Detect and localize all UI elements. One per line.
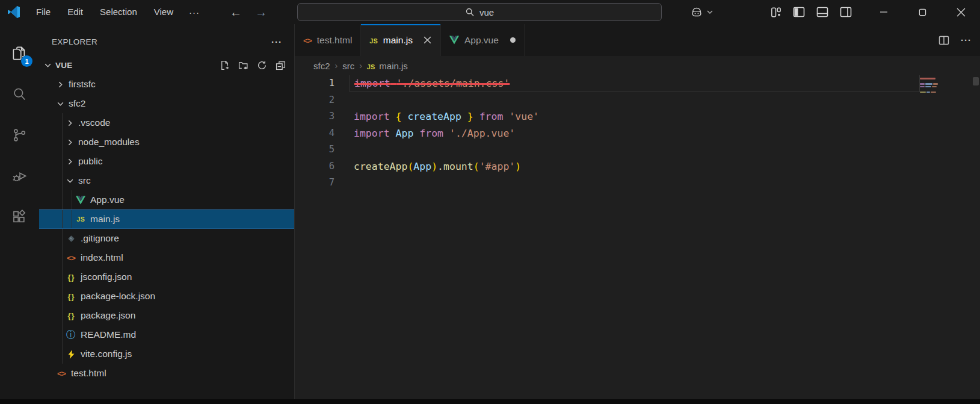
extensions-icon xyxy=(11,209,28,225)
code-text: createApp(App).mount('#app') xyxy=(354,161,521,172)
explorer-more-actions-icon[interactable]: ··· xyxy=(271,37,282,47)
toggle-panel-icon[interactable] xyxy=(816,5,829,19)
token: 'vue' xyxy=(509,111,539,122)
copilot-menu[interactable] xyxy=(690,0,713,24)
editor-more-actions-icon[interactable]: ··· xyxy=(961,35,972,45)
minimap-line xyxy=(920,78,944,79)
line-content xyxy=(354,92,920,109)
tree-item-readme-md[interactable]: ⓘREADME.md xyxy=(39,325,294,344)
back-arrow-icon[interactable]: ← xyxy=(230,6,242,18)
breadcrumb-main-js[interactable]: JSmain.js xyxy=(367,61,408,71)
tree-item-app-vue[interactable]: App.vue xyxy=(39,190,294,210)
menu-edit[interactable]: Edit xyxy=(59,4,91,20)
activity-search[interactable] xyxy=(0,73,39,114)
menu-file[interactable]: File xyxy=(28,4,59,20)
token: . xyxy=(437,161,443,172)
html-icon: <> xyxy=(55,369,67,378)
folder-label: node_modules xyxy=(78,137,140,148)
indent-guide xyxy=(62,267,63,287)
code-line-1[interactable]: 1import './assets/main.css' xyxy=(295,75,980,92)
breadcrumb-src[interactable]: src xyxy=(342,61,354,71)
indent-guide xyxy=(62,325,63,344)
code-line-5[interactable]: 5 xyxy=(295,141,980,158)
tree-item-test-html[interactable]: <>test.html xyxy=(39,364,294,383)
explorer-badge: 1 xyxy=(21,55,32,67)
tree-item--vscode[interactable]: .vscode xyxy=(39,113,294,132)
new-folder-button[interactable] xyxy=(238,60,248,70)
token xyxy=(473,111,479,122)
collapse-all-button[interactable] xyxy=(276,60,286,70)
line-content xyxy=(354,175,920,191)
workspace-section-header[interactable]: VUE xyxy=(39,55,294,75)
modified-dot xyxy=(510,37,516,43)
tree-item-package-lock-json[interactable]: { }package-lock.json xyxy=(39,287,294,306)
more-menus-icon[interactable]: ··· xyxy=(182,7,207,17)
activity-run-debug[interactable] xyxy=(0,155,39,196)
activity-source-control[interactable] xyxy=(0,114,39,155)
tree-item-node-modules[interactable]: node_modules xyxy=(39,132,294,152)
activity-extensions[interactable] xyxy=(0,196,39,237)
code-line-4[interactable]: 4import App from './App.vue' xyxy=(295,125,980,142)
command-center-search[interactable]: vue xyxy=(297,3,662,21)
tree-item-package-json[interactable]: { }package.json xyxy=(39,306,294,325)
tree-item-public[interactable]: public xyxy=(39,152,294,171)
workspace-name: VUE xyxy=(55,61,220,70)
tree-item--gitignore[interactable]: .gitignore xyxy=(39,229,294,248)
new-file-button[interactable] xyxy=(220,60,230,70)
line-number: 4 xyxy=(295,125,334,142)
tree-item-src[interactable]: src xyxy=(39,171,294,190)
tree-item-vite-config-js[interactable]: vite.config.js xyxy=(39,344,294,364)
split-editor-icon[interactable] xyxy=(938,34,950,46)
tree-item-firstsfc[interactable]: firstsfc xyxy=(39,75,294,94)
tree-item-sfc2[interactable]: sfc2 xyxy=(39,94,294,113)
file-tree: firstsfcsfc2.vscodenode_modulespublicsrc… xyxy=(39,75,294,383)
tab-main-js[interactable]: JSmain.js xyxy=(361,24,441,56)
menu-selection[interactable]: Selection xyxy=(91,4,146,20)
tree-item-index-html[interactable]: <>index.html xyxy=(39,248,294,267)
minimap[interactable] xyxy=(920,78,944,94)
file-label: main.js xyxy=(90,214,120,225)
token xyxy=(413,128,419,139)
tab-test-html[interactable]: <>test.html xyxy=(295,24,361,56)
scrollbar-slider[interactable] xyxy=(973,77,979,85)
tree-item-jsconfig-json[interactable]: { }jsconfig.json xyxy=(39,267,294,287)
tree-item-main-js[interactable]: JSmain.js xyxy=(39,210,294,229)
token: createApp xyxy=(354,161,407,172)
tab-app-vue[interactable]: App.vue xyxy=(441,24,525,56)
toggle-secondary-sidebar-icon[interactable] xyxy=(839,5,852,19)
close-button[interactable] xyxy=(941,0,980,24)
code-line-6[interactable]: 6createApp(App).mount('#app') xyxy=(295,158,980,175)
json-icon: { } xyxy=(65,273,77,282)
vite-icon xyxy=(65,350,77,359)
indent-guide xyxy=(62,152,63,171)
forward-arrow-icon[interactable]: → xyxy=(255,6,267,18)
code-line-7[interactable]: 7 xyxy=(295,175,980,191)
customize-layout-icon[interactable] xyxy=(769,6,782,19)
breadcrumb: sfc2›src›JSmain.js xyxy=(295,56,980,75)
minimap-mark xyxy=(932,86,937,88)
search-icon xyxy=(11,86,28,102)
vscode-logo-icon xyxy=(0,5,28,19)
info-icon: ⓘ xyxy=(65,330,77,340)
code-line-3[interactable]: 3import { createApp } from 'vue' xyxy=(295,108,980,125)
window-controls xyxy=(864,0,980,24)
refresh-button[interactable] xyxy=(257,60,267,70)
file-label: index.html xyxy=(81,252,123,263)
token xyxy=(390,128,396,139)
search-icon xyxy=(465,7,475,17)
maximize-button[interactable] xyxy=(903,0,941,24)
minimap-mark xyxy=(920,78,935,79)
line-number: 3 xyxy=(295,108,334,125)
token: App xyxy=(413,161,431,172)
activity-explorer[interactable]: 1 xyxy=(0,33,39,73)
code-editor[interactable]: 1import './assets/main.css'23import { cr… xyxy=(295,75,980,399)
code-line-2[interactable]: 2 xyxy=(295,92,980,109)
breadcrumb-sfc2[interactable]: sfc2 xyxy=(313,61,330,71)
minimize-button[interactable] xyxy=(864,0,903,24)
minimap-line xyxy=(920,81,944,82)
close-tab-icon[interactable] xyxy=(423,36,432,45)
vscode-window: FileEditSelectionView ··· ← → vue xyxy=(0,0,980,404)
line-content: import App from './App.vue' xyxy=(354,125,920,142)
toggle-primary-sidebar-icon[interactable] xyxy=(792,5,806,19)
menu-view[interactable]: View xyxy=(146,4,182,20)
